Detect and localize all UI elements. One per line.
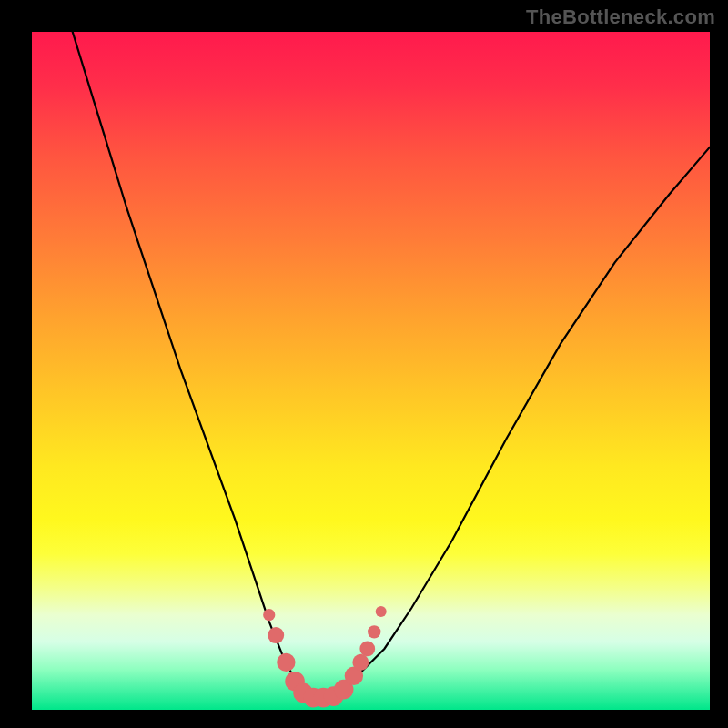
highlight-dot (368, 625, 380, 638)
chart-frame: TheBottleneck.com (0, 0, 728, 728)
highlight-dot (352, 654, 369, 671)
highlight-dot (277, 653, 295, 672)
chart-svg (32, 32, 710, 710)
plot-area (32, 32, 710, 710)
watermark-text: TheBottleneck.com (526, 5, 715, 29)
bottleneck-curve (73, 32, 710, 696)
highlight-dot (359, 642, 375, 657)
highlight-dot (263, 609, 275, 621)
highlight-dot (268, 627, 284, 643)
highlight-dots (263, 606, 387, 707)
highlight-dot (376, 606, 387, 617)
